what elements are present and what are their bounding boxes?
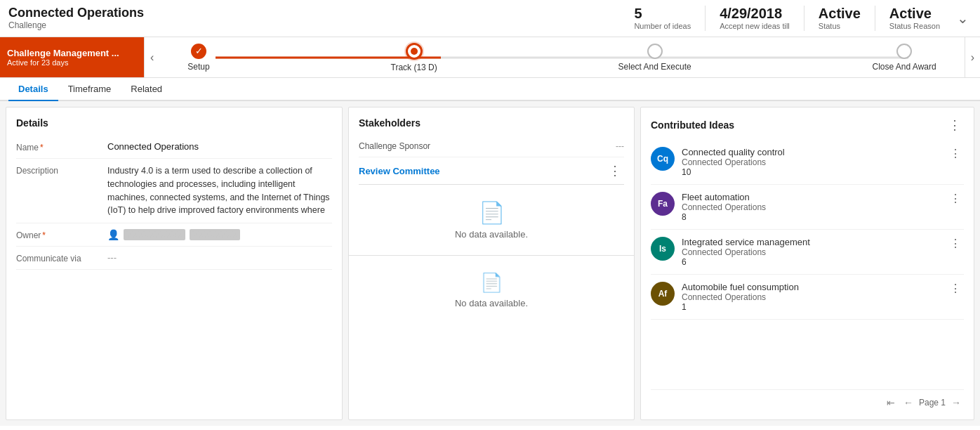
field-communicate-label: Communicate via — [16, 252, 107, 263]
idea-name-4: Automobile fuel consumption — [682, 282, 940, 292]
header-meta: 5 Number of ideas 4/29/2018 Accept new i… — [620, 6, 969, 31]
field-name-value: Connected Operations — [107, 141, 332, 152]
stakeholder-sponsor-label: Challenge Sponsor — [359, 141, 616, 151]
field-description-value: Industry 4.0 is a term used to describe … — [107, 164, 332, 217]
idea-sub-1: Connected Operations — [682, 157, 940, 167]
idea-info-1: Connected quality control Connected Oper… — [682, 147, 940, 177]
tabs-bar: Details Timeframe Related — [0, 78, 980, 101]
badge-subtitle: Active for 23 days — [7, 58, 137, 67]
no-data-icon-1: 📄 — [479, 200, 505, 225]
step-setup-circle: ✓ — [191, 44, 206, 59]
prev-nav-button[interactable]: ‹ — [144, 37, 159, 78]
details-panel: Details Name* Connected Operations Descr… — [6, 107, 343, 420]
stakeholder-sponsor-row: Challenge Sponsor --- — [359, 136, 624, 157]
step-setup: ✓ Setup — [187, 44, 209, 72]
meta-status-reason-value: Active — [889, 6, 940, 22]
idea-sub-4: Connected Operations — [682, 292, 940, 302]
step-track-label: Track (13 D) — [391, 63, 437, 72]
pagination-prev-button[interactable]: ← — [901, 396, 916, 410]
field-name-row: Name* Connected Operations — [16, 136, 332, 159]
idea-sub-2: Connected Operations — [682, 202, 940, 212]
no-data-container-2: 📄 No data available. — [359, 259, 624, 322]
owner-name-1: XXXXXXXXXX — [124, 229, 185, 240]
tab-details[interactable]: Details — [8, 78, 58, 101]
step-close-label: Close And Award — [872, 62, 936, 72]
meta-ideas-label: Number of ideas — [634, 22, 691, 30]
step-select-circle — [647, 44, 663, 59]
idea-count-2: 8 — [682, 212, 940, 222]
meta-status-value: Active — [819, 6, 861, 22]
idea-item-1: Cq Connected quality control Connected O… — [651, 140, 964, 185]
no-data-icon-2: 📄 — [480, 272, 503, 294]
step-setup-label: Setup — [187, 62, 209, 72]
idea-4-more-button[interactable]: ⋮ — [947, 282, 964, 295]
idea-avatar-2: Fa — [651, 192, 675, 216]
step-track-circle — [406, 43, 423, 60]
progress-track: ✓ Setup Track (13 D) Select And Execute … — [159, 37, 964, 77]
idea-count-3: 6 — [682, 257, 940, 267]
stakeholders-panel-title: Stakeholders — [359, 117, 624, 129]
page-title: Connected Operations — [8, 6, 620, 20]
idea-3-more-button[interactable]: ⋮ — [947, 237, 964, 250]
meta-status: Active Status — [804, 6, 875, 30]
idea-avatar-4: Af — [651, 282, 675, 306]
header-title-block: Connected Operations Challenge — [8, 6, 620, 30]
meta-date-label: Accept new ideas till — [720, 22, 790, 30]
field-owner-value: 👤 XXXXXXXXXX XXXXXXXX — [107, 229, 332, 240]
meta-status-reason: Active Status Reason — [875, 6, 954, 30]
step-close-circle — [896, 44, 912, 59]
idea-1-more-button[interactable]: ⋮ — [947, 147, 964, 160]
step-select: Select And Execute — [618, 44, 691, 72]
field-communicate-row: Communicate via --- — [16, 247, 332, 270]
meta-date-value: 4/29/2018 — [720, 6, 790, 22]
owner-name-2: XXXXXXXX — [190, 229, 240, 240]
idea-info-4: Automobile fuel consumption Connected Op… — [682, 282, 940, 312]
stakeholders-panel: Stakeholders Challenge Sponsor --- Revie… — [348, 107, 635, 420]
pagination-next-button[interactable]: → — [948, 396, 964, 410]
no-data-text-1: No data available. — [455, 229, 528, 240]
idea-name-2: Fleet automation — [682, 192, 940, 202]
idea-count-1: 10 — [682, 167, 940, 177]
details-panel-title: Details — [16, 117, 332, 129]
field-name-label: Name* — [16, 141, 107, 152]
progress-section: Challenge Management ... Active for 23 d… — [0, 37, 980, 78]
header: Connected Operations Challenge 5 Number … — [0, 0, 980, 37]
page-subtitle: Challenge — [8, 20, 620, 30]
stakeholder-sponsor-value: --- — [616, 141, 624, 151]
tab-timeframe[interactable]: Timeframe — [58, 78, 121, 101]
field-owner-row: Owner* 👤 XXXXXXXXXX XXXXXXXX — [16, 223, 332, 247]
idea-avatar-3: Is — [651, 237, 675, 261]
step-select-label: Select And Execute — [618, 62, 691, 72]
meta-ideas: 5 Number of ideas — [620, 6, 705, 30]
badge-title: Challenge Management ... — [7, 48, 137, 58]
idea-sub-3: Connected Operations — [682, 247, 940, 257]
idea-2-more-button[interactable]: ⋮ — [947, 192, 964, 205]
ideas-panel: Contributed Ideas ⋮ Cq Connected quality… — [640, 107, 974, 420]
idea-info-2: Fleet automation Connected Operations 8 — [682, 192, 940, 222]
ideas-list: Cq Connected quality control Connected O… — [651, 140, 964, 386]
ideas-more-button[interactable]: ⋮ — [946, 117, 964, 133]
main-content: Details Name* Connected Operations Descr… — [0, 101, 980, 426]
next-nav-button[interactable]: › — [965, 37, 980, 78]
meta-ideas-value: 5 — [634, 6, 691, 22]
no-data-text-2: No data available. — [455, 298, 528, 308]
review-committee-more-button[interactable]: ⋮ — [606, 163, 624, 178]
chevron-down-icon[interactable]: ⌄ — [957, 10, 969, 27]
idea-item-3: Is Integrated service management Connect… — [651, 230, 964, 275]
meta-date: 4/29/2018 Accept new ideas till — [706, 6, 804, 30]
no-data-container-1: 📄 No data available. — [359, 185, 624, 255]
meta-status-reason-label: Status Reason — [889, 22, 940, 30]
challenge-badge[interactable]: Challenge Management ... Active for 23 d… — [0, 37, 144, 77]
idea-name-1: Connected quality control — [682, 147, 940, 157]
field-description-label: Description — [16, 164, 107, 176]
tab-related[interactable]: Related — [121, 78, 172, 101]
ideas-panel-title: Contributed Ideas — [651, 119, 946, 131]
field-description-row: Description Industry 4.0 is a term used … — [16, 159, 332, 223]
step-close: Close And Award — [872, 44, 936, 72]
pagination-first-button[interactable]: ⇤ — [884, 396, 898, 410]
idea-item-2: Fa Fleet automation Connected Operations… — [651, 185, 964, 230]
pagination-label: Page 1 — [919, 398, 946, 408]
field-owner-label: Owner* — [16, 229, 107, 240]
idea-avatar-1: Cq — [651, 147, 675, 171]
review-committee-row: Review Committee ⋮ — [359, 157, 624, 185]
